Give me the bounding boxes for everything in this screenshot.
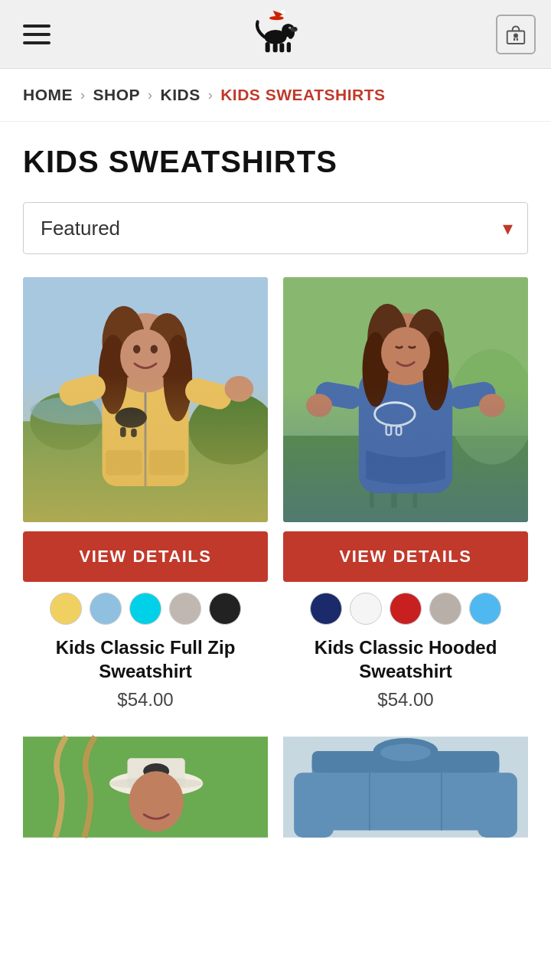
svg-rect-17 <box>517 38 518 41</box>
product-card-3[interactable] <box>15 733 276 841</box>
svg-point-58 <box>306 394 332 416</box>
svg-rect-40 <box>183 375 235 412</box>
swatch-cyan-1[interactable] <box>129 593 161 625</box>
view-details-button-2[interactable]: VIEW DETAILS <box>283 531 528 582</box>
cart-button[interactable] <box>496 15 536 54</box>
svg-rect-55 <box>396 426 402 435</box>
product-price-1: $54.00 <box>117 689 173 710</box>
svg-rect-39 <box>57 372 109 409</box>
product-grid: VIEW DETAILS Kids Classic Full Zip Sweat… <box>0 277 551 733</box>
swatch-sky-blue-2[interactable] <box>469 593 501 625</box>
svg-point-77 <box>380 744 431 762</box>
breadcrumb-kids[interactable]: KIDS <box>161 86 201 104</box>
swatch-yellow-1[interactable] <box>50 593 82 625</box>
svg-rect-11 <box>273 43 278 52</box>
svg-point-50 <box>359 452 385 466</box>
header <box>0 0 551 69</box>
svg-rect-30 <box>149 450 185 475</box>
swatch-gray-2[interactable] <box>429 593 461 625</box>
svg-rect-28 <box>131 429 137 437</box>
breadcrumb-sep-2: › <box>148 87 153 103</box>
svg-point-41 <box>225 376 254 402</box>
swatch-gray-1[interactable] <box>169 593 201 625</box>
product-image-1[interactable] <box>23 277 268 522</box>
breadcrumb-sep-3: › <box>208 87 214 103</box>
product-image-4 <box>283 733 528 841</box>
svg-rect-54 <box>386 425 392 435</box>
svg-point-37 <box>133 345 140 353</box>
svg-rect-29 <box>106 450 142 475</box>
svg-rect-27 <box>120 427 126 437</box>
product-name-1: Kids Classic Full Zip Sweatshirt <box>23 635 268 683</box>
svg-rect-16 <box>514 38 515 41</box>
swatch-white-2[interactable] <box>350 593 382 625</box>
swatch-black-1[interactable] <box>209 593 241 625</box>
svg-rect-51 <box>359 371 452 493</box>
svg-point-2 <box>281 10 285 14</box>
svg-point-20 <box>30 393 102 450</box>
product-image-3 <box>23 733 268 841</box>
breadcrumb-shop[interactable]: SHOP <box>93 86 141 104</box>
page-title-section: KIDS SWEATSHIRTS <box>0 122 551 187</box>
svg-rect-23 <box>103 371 189 486</box>
svg-rect-19 <box>23 421 268 522</box>
product-image-2[interactable] <box>283 277 528 522</box>
product-price-2: $54.00 <box>377 689 433 710</box>
svg-point-36 <box>120 329 171 384</box>
swatch-red-2[interactable] <box>390 593 422 625</box>
product-name-2: Kids Classic Hooded Sweatshirt <box>283 635 528 683</box>
product-card-2: VIEW DETAILS Kids Classic Hooded Sweatsh… <box>276 277 536 733</box>
svg-point-21 <box>188 393 268 465</box>
breadcrumb: HOME › SHOP › KIDS › KIDS SWEATSHIRTS <box>0 69 551 122</box>
sort-section: Featured Price: Low to High Price: High … <box>0 187 551 277</box>
svg-point-52 <box>375 403 416 426</box>
svg-point-65 <box>381 327 430 379</box>
svg-point-38 <box>151 345 158 353</box>
svg-rect-79 <box>478 773 517 838</box>
product-grid-bottom <box>0 733 551 841</box>
product-card-1: VIEW DETAILS Kids Classic Full Zip Sweat… <box>15 277 276 733</box>
swatch-navy-2[interactable] <box>310 593 342 625</box>
svg-rect-12 <box>279 43 284 52</box>
breadcrumb-sep-1: › <box>80 87 86 103</box>
color-swatches-1 <box>50 593 241 625</box>
svg-point-9 <box>289 27 290 28</box>
menu-button[interactable] <box>15 17 58 52</box>
svg-point-6 <box>290 27 297 32</box>
svg-point-22 <box>30 396 131 425</box>
svg-point-25 <box>115 407 146 427</box>
svg-point-7 <box>294 27 296 29</box>
svg-rect-49 <box>370 461 374 508</box>
svg-rect-47 <box>412 457 417 508</box>
color-swatches-2 <box>310 593 501 625</box>
svg-rect-78 <box>294 773 334 838</box>
svg-rect-13 <box>287 42 291 52</box>
product-card-4[interactable] <box>276 733 536 841</box>
view-details-button-1[interactable]: VIEW DETAILS <box>23 531 268 582</box>
sort-wrapper: Featured Price: Low to High Price: High … <box>23 202 528 254</box>
page-title: KIDS SWEATSHIRTS <box>23 145 528 179</box>
svg-point-48 <box>400 447 429 465</box>
breadcrumb-current: KIDS SWEATSHIRTS <box>220 86 385 104</box>
svg-rect-45 <box>391 450 397 508</box>
site-logo[interactable] <box>245 8 306 61</box>
sort-select[interactable]: Featured Price: Low to High Price: High … <box>23 202 528 254</box>
breadcrumb-home[interactable]: HOME <box>23 86 73 104</box>
svg-point-72 <box>129 772 184 832</box>
svg-point-46 <box>376 436 412 457</box>
svg-rect-43 <box>283 436 528 522</box>
swatch-light-blue-1[interactable] <box>90 593 122 625</box>
svg-rect-10 <box>266 42 270 52</box>
svg-point-15 <box>514 33 518 38</box>
svg-point-59 <box>479 394 505 416</box>
